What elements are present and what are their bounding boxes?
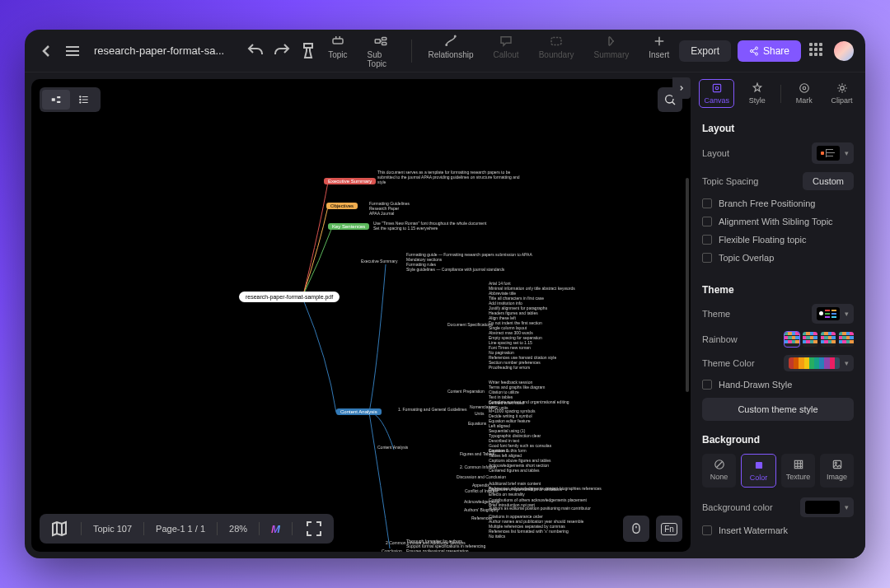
brand-logo: M [271, 523, 280, 535]
tool-summary: Summary [590, 32, 632, 70]
rainbow-swatch-1[interactable] [785, 332, 799, 347]
check-flexible-floating[interactable]: Flexible Floating topic [702, 235, 854, 245]
check-watermark[interactable]: Insert Watermark [702, 525, 854, 535]
tab-canvas[interactable]: Canvas [699, 79, 734, 108]
canvas-area[interactable]: research-paper-format-sample.pdf Executi… [31, 79, 691, 552]
bgcolor-swatch [805, 501, 840, 514]
apps-button[interactable] [808, 41, 827, 61]
filename[interactable]: research-paper-format-sa... [94, 44, 224, 57]
tool-boundary: Boundary [536, 32, 578, 70]
check-handdrawn[interactable]: Hand-Drawn Style [702, 380, 854, 390]
bottom-right-controls: Fn [623, 516, 682, 542]
layout-dropdown[interactable]: ▾ [812, 142, 854, 164]
page-indicator[interactable]: Page-1 1 / 1 [156, 524, 205, 534]
topbar-right: Export Share [679, 40, 854, 62]
svg-rect-7 [382, 37, 386, 40]
collapse-panel-button[interactable] [672, 77, 691, 99]
check-branch-free[interactable]: Branch Free Positioning [702, 198, 854, 208]
main: research-paper-format-sample.pdf Executi… [25, 72, 865, 558]
mindmap-root-node[interactable]: research-paper-format-sample.pdf [239, 292, 340, 302]
themecolor-dropdown[interactable]: ▾ [784, 355, 854, 371]
tool-callout-label: Callout [494, 50, 519, 59]
rainbow-swatch-4[interactable] [839, 332, 854, 347]
check-alignment-sibling[interactable]: Alignment With Sibling Topic [702, 217, 854, 226]
bottom-left-controls: Topic 107 Page-1 1 / 1 28% M [40, 514, 334, 544]
tab-clipart[interactable]: Clipart [827, 80, 857, 107]
canvas-scrollbar[interactable] [686, 178, 689, 392]
tool-boundary-label: Boundary [539, 50, 574, 59]
layout-preview-icon [817, 146, 840, 161]
mindmap-node[interactable]: Key Sentences [328, 223, 369, 230]
theme-title: Theme [702, 284, 854, 296]
tool-callout: Callout [490, 32, 522, 70]
tool-insert-label: Insert [649, 50, 669, 59]
svg-line-17 [752, 49, 756, 50]
svg-rect-41 [755, 462, 761, 469]
svg-rect-6 [375, 39, 380, 43]
check-topic-overlap[interactable]: Topic Overlap [702, 253, 854, 263]
chevron-down-icon: ▾ [845, 149, 849, 157]
topic-spacing-label: Topic Spacing [702, 176, 759, 186]
map-overview-button[interactable] [49, 519, 69, 539]
bg-color[interactable]: Color [741, 454, 776, 488]
app-window: research-paper-format-sa... Topic Sub To… [25, 30, 865, 558]
svg-point-14 [755, 47, 757, 49]
mindmap-node[interactable]: Content Analysis [336, 408, 382, 415]
format-painter-button[interactable] [298, 41, 318, 61]
tool-insert[interactable]: Insert [645, 32, 672, 70]
menu-button[interactable] [63, 41, 82, 61]
side-tabs: Canvas Style Mark Clipart [691, 72, 865, 116]
mindmap-node[interactable]: Objectives [326, 203, 358, 209]
tab-style[interactable]: Style [745, 80, 770, 107]
theme-preview-icon [817, 307, 840, 320]
avatar[interactable] [834, 41, 854, 61]
tool-topic[interactable]: Topic [325, 32, 350, 70]
svg-point-9 [446, 44, 447, 45]
layout-title: Layout [702, 123, 854, 134]
themecolor-label: Theme Color [702, 358, 755, 368]
function-button[interactable]: Fn [656, 516, 682, 542]
custom-theme-button[interactable]: Custom theme style [702, 398, 854, 421]
cursor-mode-button[interactable] [623, 516, 649, 542]
rainbow-swatches [785, 332, 854, 347]
chevron-down-icon: ▾ [845, 503, 849, 511]
svg-rect-32 [633, 524, 639, 533]
tool-relationship[interactable]: Relationship [424, 32, 476, 70]
svg-point-36 [799, 84, 808, 93]
svg-point-37 [803, 86, 806, 90]
background-options: None Color Texture Image [702, 454, 854, 488]
bg-image[interactable]: Image [820, 454, 854, 488]
tab-mark[interactable]: Mark [792, 80, 817, 107]
side-panel: Canvas Style Mark Clipart Layout [691, 72, 865, 558]
layout-section: Layout Layout ▾ Topic Spacing Custom Bra… [691, 116, 865, 278]
background-title: Background [702, 434, 854, 446]
svg-rect-47 [833, 460, 841, 468]
undo-button[interactable] [246, 41, 265, 61]
svg-point-48 [835, 462, 836, 464]
back-button[interactable] [36, 41, 56, 61]
redo-button[interactable] [272, 41, 292, 61]
chevron-down-icon: ▾ [845, 359, 849, 367]
bg-texture[interactable]: Texture [781, 454, 815, 488]
tool-subtopic-label: Sub Topic [368, 50, 395, 68]
theme-dropdown[interactable]: ▾ [812, 304, 854, 324]
svg-rect-3 [333, 39, 343, 44]
mindmap-node[interactable]: Executive Summary [324, 178, 376, 184]
fullscreen-button[interactable] [304, 519, 324, 539]
tool-subtopic[interactable]: Sub Topic [364, 32, 398, 70]
bgcolor-dropdown[interactable]: ▾ [800, 497, 854, 517]
canvas-bottom-bar: Topic 107 Page-1 1 / 1 28% M [40, 514, 682, 544]
rainbow-swatch-3[interactable] [821, 332, 836, 347]
topic-spacing-button[interactable]: Custom [803, 172, 854, 190]
export-button[interactable]: Export [679, 40, 731, 62]
topbar: research-paper-format-sa... Topic Sub To… [25, 30, 865, 72]
bg-none[interactable]: None [702, 454, 736, 488]
svg-line-40 [716, 462, 722, 468]
chevron-down-icon: ▾ [845, 310, 849, 318]
layout-label: Layout [702, 148, 729, 158]
zoom-level[interactable]: 28% [229, 524, 247, 534]
share-button[interactable]: Share [738, 40, 801, 62]
rainbow-swatch-2[interactable] [803, 332, 817, 347]
svg-point-15 [750, 49, 752, 52]
mindmap-canvas[interactable]: research-paper-format-sample.pdf Executi… [31, 79, 691, 552]
